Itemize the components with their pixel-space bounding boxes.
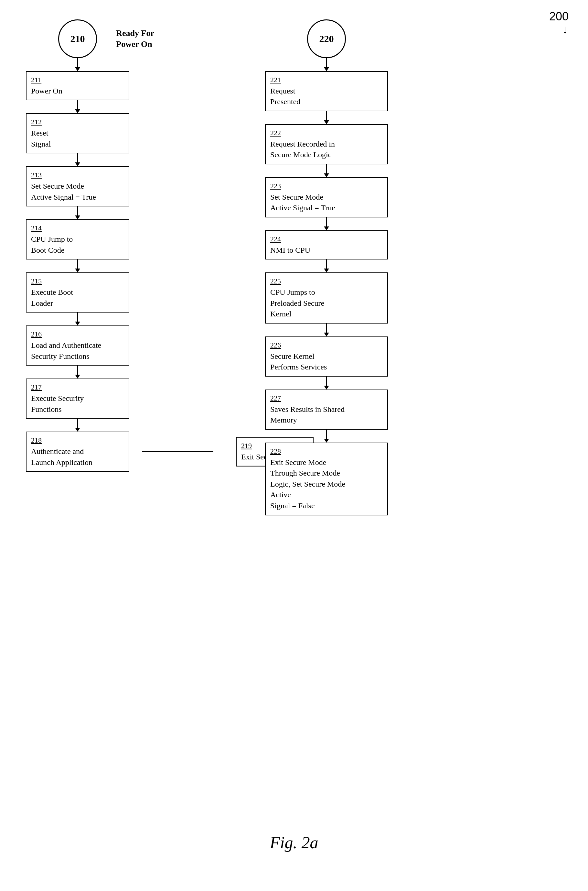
box-215: 215 Execute BootLoader [26,272,129,313]
arrow-222-223 [265,164,388,177]
box-224: 224 NMI to CPU [265,230,388,259]
box-225: 225 CPU Jumps toPreloaded SecureKernel [265,272,388,324]
circle-210: 210 Ready For Power On [58,20,97,58]
arrow-210-211 [26,58,129,71]
arrow-226-227 [265,376,388,390]
box-218-wrapper: 218 Authenticate andLaunch Application 2… [26,432,129,472]
arrow-220-221 [265,58,388,71]
arrow-212-213 [26,154,129,166]
box-217: 217 Execute SecurityFunctions [26,379,129,418]
arrow-225-226 [265,324,388,336]
left-column: 210 Ready For Power On 211 Power On 212 … [26,20,129,472]
right-column: 220 221 RequestPresented 222 Request Rec… [265,20,388,515]
arrow-214-215 [26,259,129,272]
arrow-213-214 [26,206,129,219]
arrow-216-217 [26,366,129,379]
circle-210-label: Ready For Power On [116,28,154,50]
box-218: 218 Authenticate andLaunch Application [26,432,129,472]
arrow-227-228 [265,430,388,442]
diagram-number: 200 [549,10,568,23]
box-213: 213 Set Secure ModeActive Signal = True [26,166,129,206]
arrow-223-224 [265,217,388,230]
arrow-215-216 [26,313,129,325]
box-226: 226 Secure KernelPerforms Services [265,336,388,376]
circle-210-id: 210 [70,33,85,44]
arrow-224-225 [265,259,388,272]
circle-220-id: 220 [320,33,334,44]
arrow-218-219-hline [142,452,213,452]
arrow-211-212 [26,100,129,113]
page: 200 ↓ 210 Ready For Power On 211 Power O… [0,0,588,891]
box-221: 221 RequestPresented [265,71,388,111]
box-227: 227 Saves Results in SharedMemory [265,390,388,430]
box-223: 223 Set Secure ModeActive Signal = True [265,177,388,217]
box-216: 216 Load and AuthenticateSecurity Functi… [26,325,129,366]
diagram-arrow: ↓ [562,23,568,36]
circle-220: 220 [307,20,346,58]
box-214: 214 CPU Jump toBoot Code [26,219,129,259]
circle-220-wrapper: 220 [265,20,388,58]
fig-label: Fig. 2a [270,833,318,852]
arrow-221-222 [265,111,388,124]
box-212: 212 ResetSignal [26,113,129,154]
box-228: 228 Exit Secure ModeThrough Secure ModeL… [265,442,388,515]
box-222: 222 Request Recorded inSecure Mode Logic [265,124,388,164]
box-211: 211 Power On [26,71,129,100]
arrow-217-218 [26,418,129,432]
